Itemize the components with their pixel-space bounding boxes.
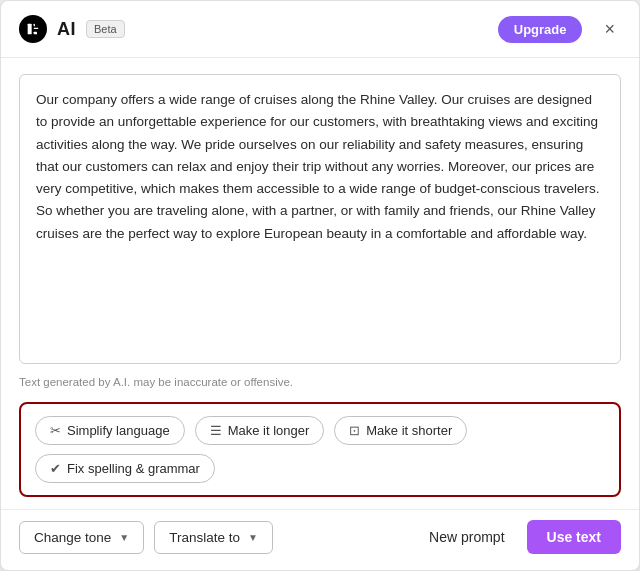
simplify-language-button[interactable]: ✂ Simplify language	[35, 416, 185, 445]
ai-panel: AI Beta Upgrade × Our company offers a w…	[0, 0, 640, 571]
change-tone-label: Change tone	[34, 530, 111, 545]
action-buttons-section: ✂ Simplify language ☰ Make it longer ⊡ M…	[19, 402, 621, 497]
change-tone-arrow-icon: ▼	[119, 532, 129, 543]
beta-badge: Beta	[86, 20, 125, 38]
close-button[interactable]: ×	[598, 18, 621, 40]
translate-to-arrow-icon: ▼	[248, 532, 258, 543]
shorter-icon: ⊡	[349, 423, 360, 438]
spelling-icon: ✔	[50, 461, 61, 476]
longer-label: Make it longer	[228, 423, 310, 438]
panel-header: AI Beta Upgrade ×	[1, 1, 639, 58]
simplify-icon: ✂	[50, 423, 61, 438]
spelling-label: Fix spelling & grammar	[67, 461, 200, 476]
panel-content: Our company offers a wide range of cruis…	[1, 58, 639, 509]
simplify-label: Simplify language	[67, 423, 170, 438]
make-longer-button[interactable]: ☰ Make it longer	[195, 416, 325, 445]
translate-to-dropdown[interactable]: Translate to ▼	[154, 521, 273, 554]
panel-title: AI	[57, 19, 76, 40]
action-row-1: ✂ Simplify language ☰ Make it longer ⊡ M…	[35, 416, 605, 445]
use-text-button[interactable]: Use text	[527, 520, 621, 554]
svg-rect-2	[34, 28, 39, 29]
footer-toolbar: Change tone ▼ Translate to ▼ New prompt …	[1, 509, 639, 570]
action-row-2: ✔ Fix spelling & grammar	[35, 454, 605, 483]
svg-rect-0	[28, 24, 32, 35]
change-tone-dropdown[interactable]: Change tone ▼	[19, 521, 144, 554]
svg-rect-3	[34, 32, 37, 35]
svg-rect-1	[34, 24, 35, 27]
longer-icon: ☰	[210, 423, 222, 438]
generated-text: Our company offers a wide range of cruis…	[36, 92, 600, 241]
ai-disclaimer: Text generated by A.I. may be inaccurate…	[19, 374, 621, 392]
shorter-label: Make it shorter	[366, 423, 452, 438]
new-prompt-button[interactable]: New prompt	[417, 521, 516, 553]
translate-to-label: Translate to	[169, 530, 240, 545]
generated-text-box: Our company offers a wide range of cruis…	[19, 74, 621, 364]
upgrade-button[interactable]: Upgrade	[498, 16, 583, 43]
make-shorter-button[interactable]: ⊡ Make it shorter	[334, 416, 467, 445]
elementor-logo	[19, 15, 47, 43]
fix-spelling-button[interactable]: ✔ Fix spelling & grammar	[35, 454, 215, 483]
